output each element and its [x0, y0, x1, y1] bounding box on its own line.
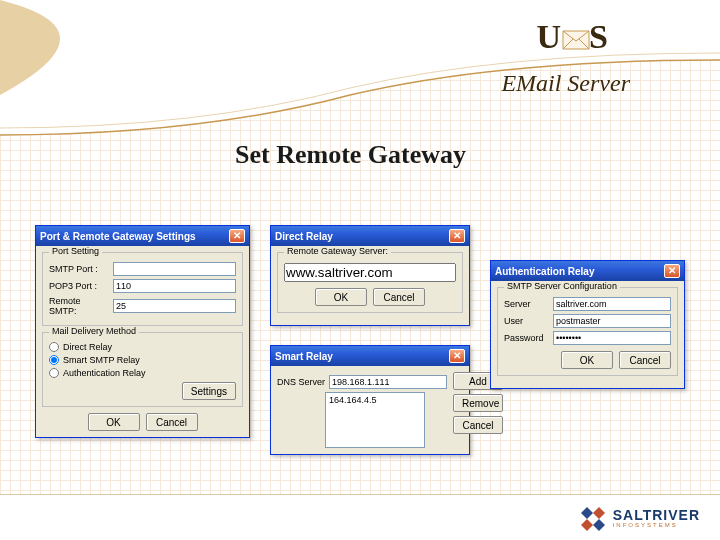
dialog-port-settings: Port & Remote Gateway Settings ✕ Port Se…	[35, 225, 250, 438]
ok-button[interactable]: OK	[561, 351, 613, 369]
ok-button[interactable]: OK	[315, 288, 367, 306]
dns-server-input[interactable]	[329, 375, 447, 389]
remote-smtp-label: Remote SMTP:	[49, 296, 109, 316]
dns-server-label: DNS Server	[277, 377, 325, 387]
header-curve	[0, 0, 720, 200]
ok-button[interactable]: OK	[88, 413, 140, 431]
server-label: Server	[504, 299, 549, 309]
titlebar-smart[interactable]: Smart Relay ✕	[271, 346, 469, 366]
logo-ums: US	[537, 18, 610, 59]
svg-marker-1	[581, 507, 593, 519]
group-title-port: Port Setting	[49, 246, 102, 256]
user-input[interactable]	[553, 314, 671, 328]
pop3-port-label: POP3 Port :	[49, 281, 109, 291]
smtp-port-input[interactable]	[113, 262, 236, 276]
remove-button[interactable]: Remove	[453, 394, 503, 412]
dialog-smart-relay: Smart Relay ✕ DNS Server 164.164.4.5 Add…	[270, 345, 470, 455]
pop3-port-input[interactable]	[113, 279, 236, 293]
smtp-port-label: SMTP Port :	[49, 264, 109, 274]
logo-letter-s: S	[589, 18, 610, 55]
cancel-button[interactable]: Cancel	[453, 416, 503, 434]
titlebar-direct[interactable]: Direct Relay ✕	[271, 226, 469, 246]
svg-marker-4	[593, 519, 605, 531]
group-mail-delivery: Mail Delivery Method Direct Relay Smart …	[42, 332, 243, 407]
titlebar-port[interactable]: Port & Remote Gateway Settings ✕	[36, 226, 249, 246]
close-icon[interactable]: ✕	[229, 229, 245, 243]
close-icon[interactable]: ✕	[449, 229, 465, 243]
page-title: Set Remote Gateway	[235, 140, 466, 170]
group-smtp-config: SMTP Server Configuration Server User Pa…	[497, 287, 678, 376]
group-port-setting: Port Setting SMTP Port : POP3 Port : Rem…	[42, 252, 243, 326]
svg-marker-2	[593, 507, 605, 519]
group-title-mail: Mail Delivery Method	[49, 326, 139, 336]
dns-listbox[interactable]: 164.164.4.5	[325, 392, 425, 448]
radio-direct-relay[interactable]: Direct Relay	[49, 342, 236, 352]
list-item[interactable]: 164.164.4.5	[327, 394, 423, 406]
remote-smtp-input[interactable]	[113, 299, 236, 313]
cancel-button[interactable]: Cancel	[146, 413, 198, 431]
cancel-button[interactable]: Cancel	[619, 351, 671, 369]
password-label: Password	[504, 333, 549, 343]
footer: SALTRIVER INFOSYSTEMS	[0, 494, 720, 540]
radio-auth-relay[interactable]: Authentication Relay	[49, 368, 236, 378]
saltriver-icon	[579, 505, 607, 531]
settings-button[interactable]: Settings	[182, 382, 236, 400]
dialog-direct-relay: Direct Relay ✕ Remote Gateway Server: OK…	[270, 225, 470, 326]
title-text: Smart Relay	[275, 351, 333, 362]
radio-smart-relay[interactable]: Smart SMTP Relay	[49, 355, 236, 365]
titlebar-auth[interactable]: Authentication Relay ✕	[491, 261, 684, 281]
dialog-auth-relay: Authentication Relay ✕ SMTP Server Confi…	[490, 260, 685, 389]
title-text: Authentication Relay	[495, 266, 594, 277]
group-title-remote: Remote Gateway Server:	[284, 246, 391, 256]
company-name: SALTRIVER	[613, 508, 700, 522]
saltriver-logo-group: SALTRIVER INFOSYSTEMS	[579, 505, 700, 531]
logo-letter-u: U	[537, 18, 564, 55]
close-icon[interactable]: ✕	[449, 349, 465, 363]
cancel-button[interactable]: Cancel	[373, 288, 425, 306]
gateway-server-input[interactable]	[284, 263, 456, 282]
title-text: Direct Relay	[275, 231, 333, 242]
close-icon[interactable]: ✕	[664, 264, 680, 278]
title-text: Port & Remote Gateway Settings	[40, 231, 196, 242]
svg-marker-3	[581, 519, 593, 531]
envelope-icon	[561, 21, 591, 59]
server-input[interactable]	[553, 297, 671, 311]
product-name: EMail Server	[501, 70, 630, 97]
password-input[interactable]	[553, 331, 671, 345]
group-remote-gateway: Remote Gateway Server: OK Cancel	[277, 252, 463, 313]
group-title-smtp: SMTP Server Configuration	[504, 281, 620, 291]
user-label: User	[504, 316, 549, 326]
